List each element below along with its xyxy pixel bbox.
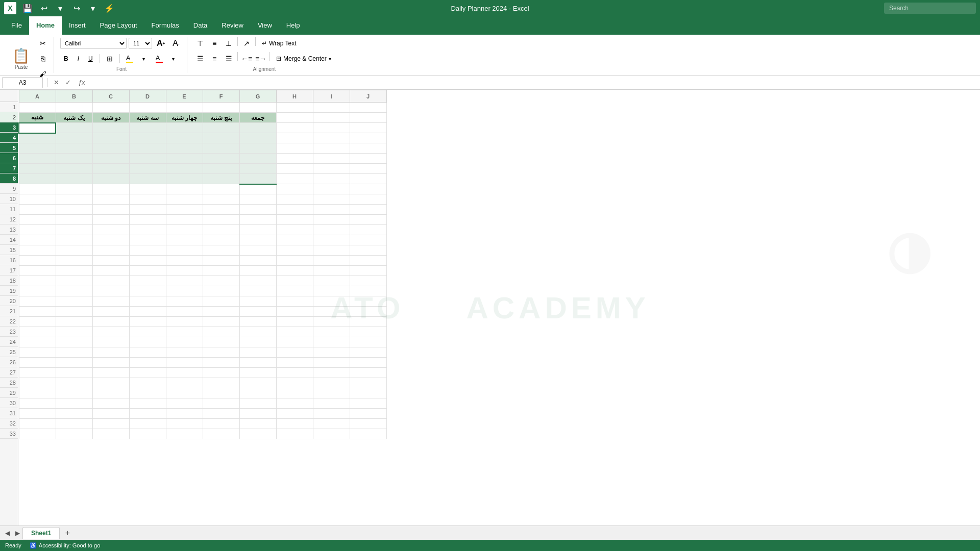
cell-C29[interactable] <box>92 388 129 398</box>
cell-C1[interactable] <box>92 103 129 113</box>
cell-B15[interactable] <box>56 245 92 256</box>
cell-D9[interactable] <box>129 184 166 194</box>
cell-H25[interactable] <box>276 347 313 358</box>
cell-A28[interactable] <box>19 378 56 388</box>
cell-I27[interactable] <box>313 368 350 378</box>
cell-G4[interactable] <box>239 133 276 143</box>
cell-C5[interactable] <box>92 143 129 154</box>
row-9[interactable]: 9 <box>0 184 18 194</box>
cell-H20[interactable] <box>276 296 313 307</box>
cell-H9[interactable] <box>276 184 313 194</box>
cell-I14[interactable] <box>313 235 350 245</box>
cell-I12[interactable] <box>313 215 350 225</box>
col-header-C[interactable]: C <box>92 90 129 103</box>
row-28[interactable]: 28 <box>0 378 18 388</box>
cell-F21[interactable] <box>203 307 239 317</box>
cell-H31[interactable] <box>276 409 313 419</box>
font-family-select[interactable]: Calibri <box>60 38 127 49</box>
cell-I16[interactable] <box>313 256 350 266</box>
align-center-button[interactable]: ≡ <box>208 52 221 65</box>
row-20[interactable]: 20 <box>0 296 18 306</box>
cell-B4[interactable] <box>56 133 92 143</box>
autosave-icon[interactable]: ⚡ <box>102 1 116 15</box>
cell-B20[interactable] <box>56 296 92 307</box>
row-15[interactable]: 15 <box>0 245 18 255</box>
cell-C28[interactable] <box>92 378 129 388</box>
cell-D28[interactable] <box>129 378 166 388</box>
cell-F10[interactable] <box>203 194 239 205</box>
cell-G23[interactable] <box>239 327 276 337</box>
cell-A9[interactable] <box>19 184 56 194</box>
add-sheet-button[interactable]: + <box>62 528 73 539</box>
cell-H8[interactable] <box>276 174 313 184</box>
cell-G25[interactable] <box>239 347 276 358</box>
cell-J27[interactable] <box>350 368 386 378</box>
cell-A17[interactable] <box>19 266 56 276</box>
cell-J23[interactable] <box>350 327 386 337</box>
cell-F12[interactable] <box>203 215 239 225</box>
cell-D22[interactable] <box>129 317 166 327</box>
cell-C12[interactable] <box>92 215 129 225</box>
cell-G33[interactable] <box>239 429 276 439</box>
cell-H26[interactable] <box>276 358 313 368</box>
cell-A19[interactable] <box>19 286 56 296</box>
cell-J28[interactable] <box>350 378 386 388</box>
cell-I4[interactable] <box>313 133 350 143</box>
copy-button[interactable]: ⎘ <box>36 52 50 65</box>
undo-button[interactable]: ↩ <box>37 1 51 15</box>
cell-H17[interactable] <box>276 266 313 276</box>
cell-E18[interactable] <box>166 276 203 286</box>
cell-E29[interactable] <box>166 388 203 398</box>
cell-D31[interactable] <box>129 409 166 419</box>
col-header-D[interactable]: D <box>129 90 166 103</box>
cell-A4[interactable] <box>19 133 56 143</box>
cell-C25[interactable] <box>92 347 129 358</box>
cell-F26[interactable] <box>203 358 239 368</box>
cell-H21[interactable] <box>276 307 313 317</box>
cell-C27[interactable] <box>92 368 129 378</box>
cell-C7[interactable] <box>92 164 129 174</box>
cell-G32[interactable] <box>239 419 276 429</box>
cell-I28[interactable] <box>313 378 350 388</box>
cell-A1[interactable] <box>19 103 56 113</box>
cell-J9[interactable] <box>350 184 386 194</box>
cell-D5[interactable] <box>129 143 166 154</box>
cell-C16[interactable] <box>92 256 129 266</box>
cell-D2[interactable]: سه شنبه <box>129 113 166 123</box>
cell-E23[interactable] <box>166 327 203 337</box>
cell-G21[interactable] <box>239 307 276 317</box>
row-30[interactable]: 30 <box>0 398 18 408</box>
cell-D23[interactable] <box>129 327 166 337</box>
cell-F22[interactable] <box>203 317 239 327</box>
cell-A13[interactable] <box>19 225 56 235</box>
cell-F15[interactable] <box>203 245 239 256</box>
cell-H28[interactable] <box>276 378 313 388</box>
cell-J32[interactable] <box>350 419 386 429</box>
row-22[interactable]: 22 <box>0 316 18 327</box>
cell-A5[interactable] <box>19 143 56 154</box>
cell-C17[interactable] <box>92 266 129 276</box>
font-shrink-button[interactable]: A- <box>169 37 183 50</box>
cell-E14[interactable] <box>166 235 203 245</box>
row-29[interactable]: 29 <box>0 388 18 398</box>
cell-J8[interactable] <box>350 174 386 184</box>
cell-H11[interactable] <box>276 205 313 215</box>
cell-D30[interactable] <box>129 398 166 409</box>
tab-file[interactable]: File <box>4 16 29 35</box>
cell-F1[interactable] <box>203 103 239 113</box>
col-header-B[interactable]: B <box>56 90 92 103</box>
cell-D19[interactable] <box>129 286 166 296</box>
cell-F3[interactable] <box>203 123 239 133</box>
row-6[interactable]: 6 <box>0 153 18 163</box>
cell-C18[interactable] <box>92 276 129 286</box>
cell-I17[interactable] <box>313 266 350 276</box>
tab-review[interactable]: Review <box>214 16 251 35</box>
cell-I32[interactable] <box>313 419 350 429</box>
cell-J24[interactable] <box>350 337 386 347</box>
cell-E30[interactable] <box>166 398 203 409</box>
cell-C26[interactable] <box>92 358 129 368</box>
cell-A25[interactable] <box>19 347 56 358</box>
cell-E4[interactable] <box>166 133 203 143</box>
cell-H4[interactable] <box>276 133 313 143</box>
cell-G8[interactable] <box>239 174 276 184</box>
